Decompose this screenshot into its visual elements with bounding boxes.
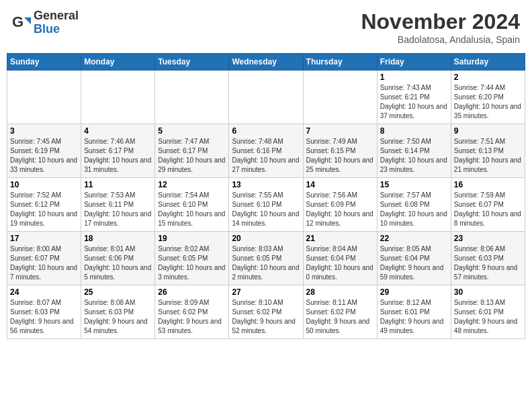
calendar-cell: 12Sunrise: 7:54 AMSunset: 6:10 PMDayligh…	[155, 178, 229, 232]
calendar-cell: 7Sunrise: 7:49 AMSunset: 6:15 PMDaylight…	[303, 124, 377, 178]
day-info: Sunrise: 7:47 AMSunset: 6:17 PMDaylight:…	[158, 137, 226, 175]
day-info: Sunrise: 7:50 AMSunset: 6:14 PMDaylight:…	[380, 137, 448, 175]
calendar-cell: 1Sunrise: 7:43 AMSunset: 6:21 PMDaylight…	[377, 71, 451, 124]
day-info: Sunrise: 7:48 AMSunset: 6:16 PMDaylight:…	[232, 137, 300, 175]
calendar-cell: 4Sunrise: 7:46 AMSunset: 6:17 PMDaylight…	[81, 124, 155, 178]
day-info: Sunrise: 8:01 AMSunset: 6:06 PMDaylight:…	[84, 244, 152, 282]
calendar-cell: 9Sunrise: 7:51 AMSunset: 6:13 PMDaylight…	[451, 124, 525, 178]
calendar-table: SundayMondayTuesdayWednesdayThursdayFrid…	[7, 53, 525, 339]
calendar-cell: 17Sunrise: 8:00 AMSunset: 6:07 PMDayligh…	[7, 232, 81, 285]
day-number: 8	[380, 126, 448, 136]
day-number: 25	[84, 287, 152, 297]
calendar-week-3: 10Sunrise: 7:52 AMSunset: 6:12 PMDayligh…	[7, 178, 525, 232]
logo-blue-text: Blue	[34, 23, 79, 36]
calendar-cell: 21Sunrise: 8:04 AMSunset: 6:04 PMDayligh…	[303, 232, 377, 285]
calendar-week-4: 17Sunrise: 8:00 AMSunset: 6:07 PMDayligh…	[7, 232, 525, 285]
day-number: 28	[306, 287, 374, 297]
day-info: Sunrise: 8:09 AMSunset: 6:02 PMDaylight:…	[158, 298, 226, 336]
day-info: Sunrise: 8:04 AMSunset: 6:04 PMDaylight:…	[306, 244, 374, 282]
column-header-monday: Monday	[81, 54, 155, 71]
day-number: 1	[380, 73, 448, 82]
day-number: 19	[158, 234, 226, 243]
calendar-cell: 15Sunrise: 7:57 AMSunset: 6:08 PMDayligh…	[377, 178, 451, 232]
day-info: Sunrise: 7:46 AMSunset: 6:17 PMDaylight:…	[84, 137, 152, 175]
location-text: Badolatosa, Andalusia, Spain	[361, 34, 520, 45]
calendar-cell: 30Sunrise: 8:13 AMSunset: 6:01 PMDayligh…	[451, 285, 525, 339]
day-info: Sunrise: 8:07 AMSunset: 6:03 PMDaylight:…	[10, 298, 78, 336]
day-info: Sunrise: 8:11 AMSunset: 6:02 PMDaylight:…	[306, 298, 374, 336]
calendar-header: SundayMondayTuesdayWednesdayThursdayFrid…	[7, 54, 525, 71]
day-info: Sunrise: 7:45 AMSunset: 6:19 PMDaylight:…	[10, 137, 78, 175]
day-info: Sunrise: 8:00 AMSunset: 6:07 PMDaylight:…	[10, 244, 78, 282]
day-number: 18	[84, 234, 152, 243]
month-title: November 2024	[361, 9, 520, 34]
calendar-cell: 26Sunrise: 8:09 AMSunset: 6:02 PMDayligh…	[155, 285, 229, 339]
calendar-week-2: 3Sunrise: 7:45 AMSunset: 6:19 PMDaylight…	[7, 124, 525, 178]
day-number: 5	[158, 126, 226, 136]
column-header-saturday: Saturday	[451, 54, 525, 71]
calendar-cell: 28Sunrise: 8:11 AMSunset: 6:02 PMDayligh…	[303, 285, 377, 339]
calendar-cell: 25Sunrise: 8:08 AMSunset: 6:03 PMDayligh…	[81, 285, 155, 339]
column-header-wednesday: Wednesday	[229, 54, 303, 71]
day-number: 26	[158, 287, 226, 297]
logo-general-text: General	[34, 9, 79, 23]
day-info: Sunrise: 7:59 AMSunset: 6:07 PMDaylight:…	[454, 191, 522, 228]
day-info: Sunrise: 7:55 AMSunset: 6:10 PMDaylight:…	[232, 191, 300, 228]
day-info: Sunrise: 7:56 AMSunset: 6:09 PMDaylight:…	[306, 191, 374, 228]
title-area: November 2024 Badolatosa, Andalusia, Spa…	[361, 9, 520, 45]
day-info: Sunrise: 7:43 AMSunset: 6:21 PMDaylight:…	[380, 83, 448, 121]
day-info: Sunrise: 7:54 AMSunset: 6:10 PMDaylight:…	[158, 191, 226, 228]
calendar-cell: 29Sunrise: 8:12 AMSunset: 6:01 PMDayligh…	[377, 285, 451, 339]
day-number: 6	[232, 126, 300, 136]
day-number: 13	[232, 180, 300, 189]
calendar-cell: 14Sunrise: 7:56 AMSunset: 6:09 PMDayligh…	[303, 178, 377, 232]
day-number: 12	[158, 180, 226, 189]
day-info: Sunrise: 8:03 AMSunset: 6:05 PMDaylight:…	[232, 244, 300, 282]
calendar-week-5: 24Sunrise: 8:07 AMSunset: 6:03 PMDayligh…	[7, 285, 525, 339]
logo-icon: G	[12, 13, 31, 32]
day-number: 30	[454, 287, 522, 297]
calendar-cell: 10Sunrise: 7:52 AMSunset: 6:12 PMDayligh…	[7, 178, 81, 232]
day-number: 3	[10, 126, 78, 136]
calendar-cell	[229, 71, 303, 124]
calendar-cell: 22Sunrise: 8:05 AMSunset: 6:04 PMDayligh…	[377, 232, 451, 285]
calendar-cell: 3Sunrise: 7:45 AMSunset: 6:19 PMDaylight…	[7, 124, 81, 178]
day-info: Sunrise: 7:44 AMSunset: 6:20 PMDaylight:…	[454, 83, 522, 121]
day-number: 20	[232, 234, 300, 243]
header-row: SundayMondayTuesdayWednesdayThursdayFrid…	[7, 54, 525, 71]
column-header-thursday: Thursday	[303, 54, 377, 71]
day-info: Sunrise: 8:02 AMSunset: 6:05 PMDaylight:…	[158, 244, 226, 282]
day-info: Sunrise: 8:05 AMSunset: 6:04 PMDaylight:…	[380, 244, 448, 282]
svg-marker-1	[24, 17, 31, 24]
calendar-cell: 20Sunrise: 8:03 AMSunset: 6:05 PMDayligh…	[229, 232, 303, 285]
day-number: 4	[84, 126, 152, 136]
calendar-cell	[7, 71, 81, 124]
calendar-cell: 24Sunrise: 8:07 AMSunset: 6:03 PMDayligh…	[7, 285, 81, 339]
day-number: 17	[10, 234, 78, 243]
day-number: 14	[306, 180, 374, 189]
day-info: Sunrise: 8:06 AMSunset: 6:03 PMDaylight:…	[454, 244, 522, 282]
calendar-cell: 19Sunrise: 8:02 AMSunset: 6:05 PMDayligh…	[155, 232, 229, 285]
day-number: 29	[380, 287, 448, 297]
day-number: 2	[454, 73, 522, 82]
calendar-cell: 11Sunrise: 7:53 AMSunset: 6:11 PMDayligh…	[81, 178, 155, 232]
page-header: G General Blue November 2024 Badolatosa,…	[7, 7, 525, 48]
day-number: 22	[380, 234, 448, 243]
calendar-cell: 8Sunrise: 7:50 AMSunset: 6:14 PMDaylight…	[377, 124, 451, 178]
svg-text:G: G	[12, 13, 24, 30]
calendar-cell: 16Sunrise: 7:59 AMSunset: 6:07 PMDayligh…	[451, 178, 525, 232]
day-info: Sunrise: 7:51 AMSunset: 6:13 PMDaylight:…	[454, 137, 522, 175]
logo: G General Blue	[12, 9, 79, 36]
day-info: Sunrise: 8:13 AMSunset: 6:01 PMDaylight:…	[454, 298, 522, 336]
calendar-body: 1Sunrise: 7:43 AMSunset: 6:21 PMDaylight…	[7, 71, 525, 339]
day-info: Sunrise: 8:08 AMSunset: 6:03 PMDaylight:…	[84, 298, 152, 336]
day-info: Sunrise: 8:10 AMSunset: 6:02 PMDaylight:…	[232, 298, 300, 336]
day-number: 23	[454, 234, 522, 243]
day-number: 24	[10, 287, 78, 297]
day-number: 27	[232, 287, 300, 297]
calendar-cell: 27Sunrise: 8:10 AMSunset: 6:02 PMDayligh…	[229, 285, 303, 339]
day-number: 7	[306, 126, 374, 136]
calendar-cell: 13Sunrise: 7:55 AMSunset: 6:10 PMDayligh…	[229, 178, 303, 232]
day-number: 10	[10, 180, 78, 189]
column-header-tuesday: Tuesday	[155, 54, 229, 71]
